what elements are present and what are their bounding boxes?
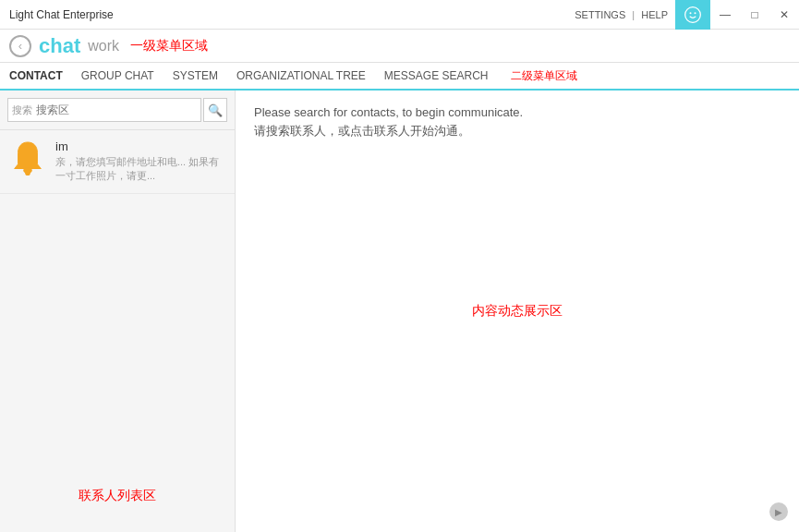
tab-org-tree[interactable]: ORGANIZATIONAL TREE [236, 63, 366, 91]
scroll-to-bottom-button[interactable]: ▶ [769, 502, 788, 521]
contact-name: im [55, 139, 227, 153]
bell-icon [10, 139, 45, 180]
right-panel: Please search for contacts, to begin com… [236, 91, 799, 532]
tab-system[interactable]: SYSTEM [173, 63, 218, 91]
contact-list-item[interactable]: im 亲，请您填写邮件地址和电... 如果有一寸工作照片，请更... [0, 130, 235, 194]
secondary-nav: CONTACT GROUP CHAT SYSTEM ORGANIZATIONAL… [0, 63, 799, 91]
nav-chat[interactable]: chat [39, 34, 80, 58]
svg-point-2 [695, 12, 696, 14]
welcome-line-1: Please search for contacts, to begin com… [254, 105, 781, 119]
back-button[interactable]: ‹ [9, 35, 31, 57]
left-area-label: 联系人列表区 [79, 488, 156, 504]
contact-info: im 亲，请您填写邮件地址和电... 如果有一寸工作照片，请更... [55, 139, 227, 184]
search-input-wrapper: 搜索 [7, 98, 201, 122]
smiley-icon [684, 6, 702, 24]
title-controls: SETTINGS | HELP — □ ✕ [575, 0, 799, 30]
app-title: Light Chat Enterprise [9, 8, 114, 21]
scroll-icon: ▶ [775, 507, 782, 517]
welcome-line-2: 请搜索联系人，或点击联系人开始沟通。 [254, 123, 781, 139]
window-controls: — □ ✕ [710, 0, 799, 30]
search-label: 搜索 [12, 103, 32, 117]
settings-link[interactable]: SETTINGS [575, 9, 625, 20]
svg-point-1 [690, 12, 692, 14]
tab-group-chat[interactable]: GROUP CHAT [81, 63, 154, 91]
svg-point-0 [685, 6, 701, 22]
contact-description: 亲，请您填写邮件地址和电... 如果有一寸工作照片，请更... [55, 155, 227, 184]
primary-nav-label: 一级菜单区域 [130, 38, 208, 54]
close-button[interactable]: ✕ [769, 0, 799, 30]
nav-work[interactable]: work [88, 38, 119, 54]
left-panel: 搜索 🔍 im 亲，请您填写邮件地址和电... 如果有一寸工作照片，请更. [0, 91, 236, 532]
secondary-nav-label: 二级菜单区域 [511, 68, 577, 84]
tab-contact[interactable]: CONTACT [9, 63, 63, 91]
search-icon-button[interactable]: 🔍 [203, 98, 227, 122]
settings-help-area: SETTINGS | HELP [575, 9, 668, 20]
main-content: 搜索 🔍 im 亲，请您填写邮件地址和电... 如果有一寸工作照片，请更. [0, 91, 799, 532]
minimize-button[interactable]: — [710, 0, 740, 30]
right-area-label: 内容动态展示区 [472, 303, 563, 320]
search-bar: 搜索 🔍 [0, 91, 235, 130]
help-link[interactable]: HELP [641, 9, 668, 20]
primary-nav: ‹ chat work 一级菜单区域 [0, 30, 799, 63]
svg-point-4 [25, 170, 30, 175]
search-icon: 🔍 [208, 103, 223, 117]
title-bar: Light Chat Enterprise SETTINGS | HELP — … [0, 0, 799, 30]
tab-msg-search[interactable]: MESSAGE SEARCH [384, 63, 489, 91]
smiley-button[interactable] [675, 0, 710, 30]
contact-avatar [7, 139, 48, 180]
search-input[interactable] [36, 103, 197, 116]
separator: | [632, 9, 635, 20]
restore-button[interactable]: □ [740, 0, 769, 30]
